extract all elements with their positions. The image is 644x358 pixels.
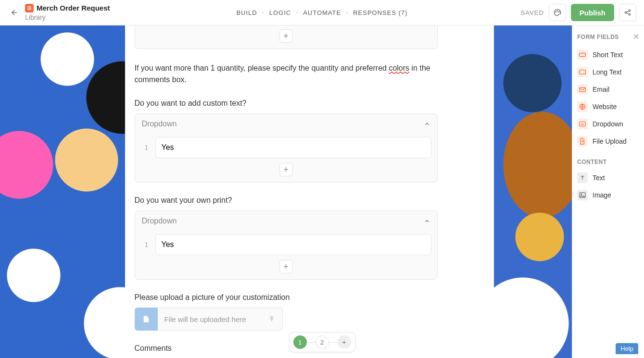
field-type-label: Short Text <box>593 51 623 59</box>
panel-heading: FORM FIELDS <box>577 34 619 40</box>
long-text-icon <box>577 67 588 77</box>
dropdown-icon <box>577 119 588 129</box>
close-panel-button[interactable]: ✕ <box>633 32 640 41</box>
page-1-button[interactable]: 1 <box>293 335 307 349</box>
intro-text-a: If you want more than 1 quantity, please… <box>135 64 389 72</box>
share-button[interactable] <box>619 4 636 21</box>
add-option-button[interactable]: + <box>279 29 293 43</box>
chevron-right-icon: › <box>346 9 348 16</box>
upload-placeholder: File will be uploaded here <box>164 315 246 323</box>
question-custom-text[interactable]: Do you want to add custom text? Dropdown… <box>135 99 438 183</box>
pager-connector <box>307 342 316 343</box>
publish-button[interactable]: Publish <box>571 4 614 21</box>
question-label[interactable]: Comments <box>135 344 438 353</box>
tab-build[interactable]: BUILD <box>235 7 258 18</box>
content-type-image[interactable]: Image <box>577 186 639 204</box>
question-label[interactable]: Do you want to add custom text? <box>135 99 438 108</box>
svg-rect-13 <box>580 70 585 74</box>
field-type-label: File Upload <box>593 137 627 145</box>
file-upload-icon <box>577 136 588 147</box>
add-option-button[interactable]: + <box>279 260 293 273</box>
add-page-button[interactable]: + <box>338 335 351 349</box>
form-column[interactable]: + If you want more than 1 quantity, plea… <box>125 25 447 358</box>
tab-responses[interactable]: RESPONSES (7) <box>352 7 408 18</box>
tab-automate[interactable]: AUTOMATE <box>302 7 342 18</box>
question-label[interactable]: Please upload a picture of your customiz… <box>135 293 438 302</box>
topbar: Merch Order Request Library BUILD › LOGI… <box>0 0 644 25</box>
field-type-short-text[interactable]: Short Text <box>577 46 639 63</box>
content-type-label: Text <box>593 174 605 182</box>
svg-rect-14 <box>580 87 585 92</box>
svg-point-5 <box>558 12 559 12</box>
svg-line-10 <box>626 13 629 14</box>
tab-logic[interactable]: LOGIC <box>268 7 292 18</box>
dropdown-field[interactable]: Dropdown 1 + <box>135 113 438 183</box>
saved-status: SAVED <box>521 9 544 16</box>
panel-heading-content: CONTENT <box>577 159 639 165</box>
svg-rect-12 <box>580 53 585 57</box>
field-type-label: Dropdown <box>593 120 623 128</box>
form-icon <box>25 4 34 12</box>
dropdown-header[interactable]: Dropdown <box>135 114 437 134</box>
chevron-up-icon <box>424 121 430 127</box>
background-art-right <box>494 25 572 358</box>
content-type-label: Image <box>593 191 611 199</box>
dropdown-header[interactable]: Dropdown <box>135 211 437 231</box>
svg-rect-16 <box>580 122 585 126</box>
theme-button[interactable] <box>549 4 566 21</box>
field-type-label: Website <box>593 103 617 111</box>
svg-line-9 <box>626 11 629 12</box>
option-index: 1 <box>141 144 152 151</box>
field-type-file-upload[interactable]: File Upload <box>577 133 639 150</box>
option-input[interactable] <box>155 137 431 158</box>
tab-nav: BUILD › LOGIC › AUTOMATE › RESPONSES (7) <box>235 7 408 18</box>
option-input[interactable] <box>155 234 431 255</box>
globe-icon <box>577 101 588 112</box>
question-own-print[interactable]: Do you want your own print? Dropdown 1 + <box>135 196 438 280</box>
svg-point-18 <box>581 194 582 195</box>
content-type-text[interactable]: Text <box>577 169 639 186</box>
title-block: Merch Order Request Library <box>25 3 110 22</box>
field-type-label: Email <box>593 86 609 93</box>
file-upload-field[interactable]: File will be uploaded here <box>135 308 438 331</box>
field-type-label: Long Text <box>593 68 621 76</box>
question-label[interactable]: Do you want your own print? <box>135 196 438 205</box>
form-fields-panel: FORM FIELDS ✕ Short Text Long Text Email… <box>572 25 644 358</box>
intro-text-block[interactable]: If you want more than 1 quantity, please… <box>135 62 438 86</box>
svg-point-4 <box>557 11 558 12</box>
help-button[interactable]: Help <box>616 343 638 354</box>
upload-arrow-icon <box>268 315 276 323</box>
field-type-email[interactable]: Email <box>577 81 639 98</box>
email-icon <box>577 84 588 95</box>
chevron-right-icon: › <box>262 9 265 16</box>
chevron-right-icon: › <box>296 9 298 16</box>
breadcrumb[interactable]: Library <box>25 13 110 22</box>
dropdown-option-row[interactable]: 1 <box>135 231 437 255</box>
page-2-button[interactable]: 2 <box>316 335 329 349</box>
short-text-icon <box>577 49 588 60</box>
field-type-website[interactable]: Website <box>577 98 639 115</box>
intro-text-err: colors <box>389 64 409 72</box>
chevron-up-icon <box>424 218 430 224</box>
image-icon <box>577 190 588 200</box>
share-icon <box>624 9 631 16</box>
file-upload-body[interactable]: File will be uploaded here <box>158 308 283 331</box>
dropdown-field[interactable]: Dropdown 1 + <box>135 210 438 280</box>
question-comments[interactable]: Comments Long text will be typed here <box>135 344 438 358</box>
question-upload[interactable]: Please upload a picture of your customiz… <box>135 293 438 331</box>
page-title: Merch Order Request <box>37 3 110 13</box>
dropdown-type-label: Dropdown <box>142 120 177 128</box>
add-option-button[interactable]: + <box>279 163 293 176</box>
previous-field-card[interactable]: + <box>135 25 438 49</box>
file-icon <box>135 308 158 331</box>
dropdown-type-label: Dropdown <box>142 217 177 225</box>
field-type-long-text[interactable]: Long Text <box>577 63 639 81</box>
field-type-dropdown[interactable]: Dropdown <box>577 115 639 133</box>
intro-paragraph: If you want more than 1 quantity, please… <box>135 62 438 86</box>
page-switcher: 1 2 + <box>289 332 355 352</box>
dropdown-option-row[interactable]: 1 <box>135 134 437 158</box>
back-button[interactable] <box>8 7 19 18</box>
text-icon <box>577 173 588 183</box>
svg-point-3 <box>556 12 556 12</box>
pager-connector <box>329 342 338 343</box>
